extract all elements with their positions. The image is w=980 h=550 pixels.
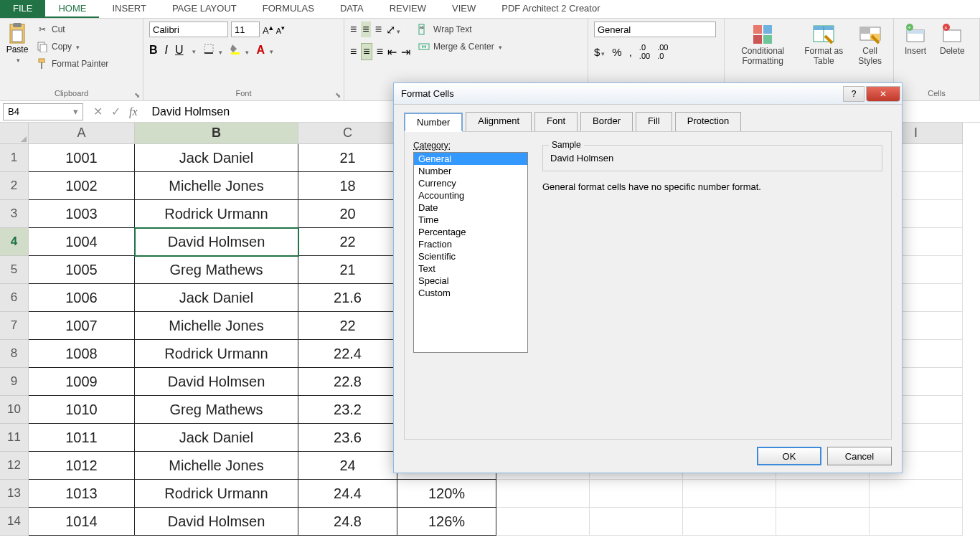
name-box[interactable]: B4 ▾ <box>3 103 83 120</box>
accept-formula-icon[interactable]: ✓ <box>111 105 121 118</box>
cell-B11[interactable]: Jack Daniel <box>135 424 298 452</box>
decrease-decimal-icon[interactable]: .00.0 <box>657 43 668 60</box>
merge-center-button[interactable]: Merge & Center <box>415 39 505 54</box>
align-middle-icon[interactable]: ≡ <box>361 22 370 37</box>
row-header-11[interactable]: 11 <box>0 424 29 452</box>
bold-button[interactable]: B <box>149 44 158 57</box>
cell-A5[interactable]: 1005 <box>29 256 135 284</box>
align-top-icon[interactable]: ≡ <box>350 23 357 36</box>
increase-indent-icon[interactable]: ⇥ <box>401 45 410 59</box>
cell-empty[interactable] <box>496 480 590 508</box>
number-format-input[interactable] <box>594 22 716 37</box>
cell-C1[interactable]: 21 <box>298 144 397 172</box>
fill-color-button[interactable] <box>230 43 249 57</box>
cell-C4[interactable]: 22 <box>298 228 397 256</box>
clipboard-launcher[interactable]: ⬊ <box>134 91 140 99</box>
row-header-10[interactable]: 10 <box>0 396 29 424</box>
row-header-7[interactable]: 7 <box>0 312 29 340</box>
cell-A1[interactable]: 1001 <box>29 144 135 172</box>
cell-C6[interactable]: 21.6 <box>298 284 397 312</box>
dialog-tab-font[interactable]: Font <box>534 112 578 131</box>
cell-A8[interactable]: 1008 <box>29 340 135 368</box>
insert-cells-button[interactable]: + Insert <box>900 22 931 57</box>
conditional-formatting-button[interactable]: Conditional Formatting <box>730 22 795 67</box>
cell-A4[interactable]: 1004 <box>29 228 135 256</box>
cell-D13[interactable]: 120% <box>397 480 496 508</box>
italic-button[interactable]: I <box>165 44 168 57</box>
dialog-tab-alignment[interactable]: Alignment <box>466 112 532 131</box>
cancel-formula-icon[interactable]: ✕ <box>93 105 103 118</box>
col-header-a[interactable]: A <box>29 123 135 144</box>
cell-A9[interactable]: 1009 <box>29 368 135 396</box>
decrease-indent-icon[interactable]: ⇤ <box>387 45 397 59</box>
cell-C14[interactable]: 24.8 <box>298 508 397 536</box>
cell-B3[interactable]: Rodrick Urmann <box>135 200 298 228</box>
cell-empty[interactable] <box>870 508 963 536</box>
cell-B13[interactable]: Rodrick Urmann <box>135 480 298 508</box>
cell-C5[interactable]: 21 <box>298 256 397 284</box>
border-button[interactable] <box>203 43 222 57</box>
comma-format-icon[interactable]: , <box>629 46 632 58</box>
row-header-6[interactable]: 6 <box>0 284 29 312</box>
dialog-titlebar[interactable]: Format Cells ? ✕ <box>394 83 902 105</box>
category-text[interactable]: Text <box>414 262 527 275</box>
cell-A13[interactable]: 1013 <box>29 480 135 508</box>
cell-C8[interactable]: 22.4 <box>298 340 397 368</box>
cell-B9[interactable]: David Holmsen <box>135 368 298 396</box>
category-accounting[interactable]: Accounting <box>414 189 527 201</box>
paste-button[interactable]: Paste <box>6 22 29 65</box>
cell-C7[interactable]: 22 <box>298 312 397 340</box>
font-launcher[interactable]: ⬊ <box>335 91 341 99</box>
cell-C11[interactable]: 23.6 <box>298 424 397 452</box>
row-header-13[interactable]: 13 <box>0 480 29 508</box>
cell-empty[interactable] <box>496 508 590 536</box>
row-header-14[interactable]: 14 <box>0 508 29 536</box>
cell-C10[interactable]: 23.2 <box>298 396 397 424</box>
cell-empty[interactable] <box>590 508 683 536</box>
underline-button[interactable]: U <box>175 44 184 57</box>
cell-A2[interactable]: 1002 <box>29 172 135 200</box>
close-button[interactable]: ✕ <box>866 86 900 102</box>
col-header-c[interactable]: C <box>298 123 397 144</box>
cell-C9[interactable]: 22.8 <box>298 368 397 396</box>
increase-font-icon[interactable]: A▴ <box>263 23 273 36</box>
category-scientific[interactable]: Scientific <box>414 250 527 262</box>
align-bottom-icon[interactable]: ≡ <box>375 23 382 36</box>
category-time[interactable]: Time <box>414 214 527 226</box>
font-name-input[interactable] <box>149 22 228 37</box>
row-header-3[interactable]: 3 <box>0 200 29 228</box>
cell-empty[interactable] <box>776 508 870 536</box>
category-currency[interactable]: Currency <box>414 177 527 189</box>
tab-review[interactable]: REVIEW <box>377 0 439 18</box>
category-list[interactable]: GeneralNumberCurrencyAccountingDateTimeP… <box>413 152 528 353</box>
category-special[interactable]: Special <box>414 275 527 287</box>
chevron-down-icon[interactable]: ▾ <box>73 106 78 117</box>
cell-C2[interactable]: 18 <box>298 172 397 200</box>
row-header-4[interactable]: 4 <box>0 228 29 256</box>
cell-C12[interactable]: 24 <box>298 452 397 480</box>
row-header-8[interactable]: 8 <box>0 340 29 368</box>
dialog-tab-fill[interactable]: Fill <box>636 112 672 131</box>
delete-cells-button[interactable]: × Delete <box>936 22 969 57</box>
tab-formulas[interactable]: FORMULAS <box>250 0 327 18</box>
row-header-12[interactable]: 12 <box>0 452 29 480</box>
cell-B7[interactable]: Michelle Jones <box>135 312 298 340</box>
row-header-2[interactable]: 2 <box>0 172 29 200</box>
wrap-text-button[interactable]: ab Wrap Text <box>415 22 505 37</box>
tab-home[interactable]: HOME <box>45 0 99 18</box>
align-left-icon[interactable]: ≡ <box>350 45 357 58</box>
dialog-tab-protection[interactable]: Protection <box>675 112 742 131</box>
cell-B8[interactable]: Rodrick Urmann <box>135 340 298 368</box>
category-fraction[interactable]: Fraction <box>414 238 527 250</box>
category-general[interactable]: General <box>414 153 527 165</box>
align-center-icon[interactable]: ≡ <box>361 43 372 60</box>
dialog-tab-number[interactable]: Number <box>404 113 463 132</box>
category-custom[interactable]: Custom <box>414 287 527 299</box>
cell-empty[interactable] <box>683 480 776 508</box>
tab-page-layout[interactable]: PAGE LAYOUT <box>159 0 250 18</box>
cell-B5[interactable]: Greg Mathews <box>135 256 298 284</box>
align-right-icon[interactable]: ≡ <box>377 45 383 58</box>
cell-B4[interactable]: David Holmsen <box>135 228 298 256</box>
increase-decimal-icon[interactable]: .0.00 <box>639 43 650 60</box>
cell-A14[interactable]: 1014 <box>29 508 135 536</box>
